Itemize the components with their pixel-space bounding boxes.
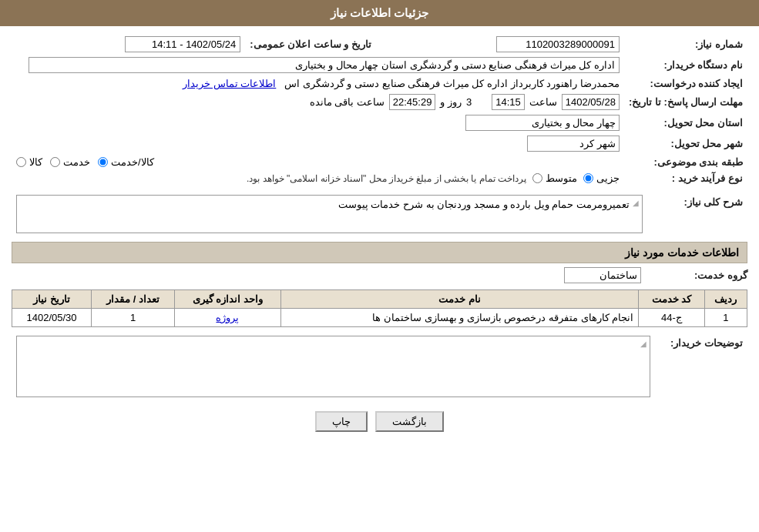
col-date: تاریخ نیاز [12, 290, 92, 309]
creator-label: ایجاد کننده درخواست: [624, 75, 747, 92]
province-label: استان محل تحویل: [624, 112, 747, 133]
cell-name: انجام کارهای متفرقه درخصوص بازسازی و بهس… [280, 309, 639, 327]
response-days-value: 3 [466, 96, 472, 108]
cell-date: 1402/05/30 [12, 309, 92, 327]
cell-quantity: 1 [92, 309, 175, 327]
col-quantity: تعداد / مقدار [92, 290, 175, 309]
print-button[interactable]: چاپ [315, 411, 368, 432]
response-hours-label: ساعت باقی مانده [310, 96, 385, 108]
col-row: ردیف [704, 290, 747, 309]
category-kala-label: کالا [29, 156, 42, 168]
category-service-label: خدمت [63, 156, 90, 168]
response-time-value: 14:15 [492, 94, 525, 110]
col-name: نام خدمت [280, 290, 639, 309]
category-label: طبقه بندی موضوعی: [624, 154, 747, 170]
cell-code: ج-44 [639, 309, 704, 327]
page-title: جزئیات اطلاعات نیاز [0, 0, 759, 26]
buyer-org-value: اداره کل میراث فرهنگی صنایع دستی و گردشگ… [29, 57, 620, 73]
table-row: 1 ج-44 انجام کارهای متفرقه درخصوص بازساز… [12, 309, 747, 327]
category-both-label: کالا/خدمت [111, 156, 154, 168]
announce-date-label: تاریخ و ساعت اعلان عمومی: [245, 34, 376, 55]
response-remaining-value: 22:45:29 [389, 94, 436, 110]
response-date-label: مهلت ارسال پاسخ: تا تاریخ: [624, 92, 747, 112]
response-time-label: ساعت [529, 96, 557, 108]
buyer-notes-label: توضیحات خریدار: [655, 333, 747, 400]
creator-value: محمدرضا راهنورد کاربرداز اداره کل میراث … [284, 78, 620, 89]
buyer-notes-corner-icon: ◢ [640, 340, 646, 348]
services-section-header: اطلاعات خدمات مورد نیاز [12, 242, 747, 263]
process-partial-radio[interactable] [583, 173, 593, 183]
city-value: شهر کرد [527, 136, 620, 152]
process-note: پرداخت تمام یا بخشی از مبلغ خریداز محل "… [247, 173, 526, 184]
service-group-value: ساختمان [564, 267, 641, 283]
cell-row: 1 [704, 309, 747, 327]
cell-unit: پروژه [175, 309, 281, 327]
back-button[interactable]: بازگشت [375, 411, 444, 432]
desc-corner-icon: ◢ [633, 199, 639, 207]
process-medium-label: متوسط [546, 172, 577, 184]
need-number-label: شماره نیاز: [624, 34, 747, 55]
category-service-radio[interactable] [50, 157, 60, 167]
service-group-label: گروه خدمت: [647, 269, 747, 281]
category-both-radio[interactable] [98, 157, 108, 167]
description-value: تعمیرومرمت حمام ویل بارده و مسجد وردنجان… [338, 199, 630, 210]
col-unit: واحد اندازه گیری [175, 290, 281, 309]
col-code: کد خدمت [639, 290, 704, 309]
process-partial-label: جزیی [596, 172, 620, 184]
announce-date-value: 1402/05/24 - 14:11 [125, 36, 240, 52]
category-kala-radio[interactable] [16, 157, 26, 167]
buyer-org-label: نام دستگاه خریدار: [624, 55, 747, 75]
description-label: شرح کلی نیاز: [647, 192, 747, 236]
response-date-value: 1402/05/28 [562, 94, 620, 110]
city-label: شهر محل تحویل: [624, 133, 747, 154]
process-medium-radio[interactable] [532, 173, 542, 183]
creator-link[interactable]: اطلاعات تماس خریدار [183, 78, 276, 89]
province-value: چهار محال و بختیاری [465, 115, 620, 131]
process-type-label: نوع فرآیند خرید : [624, 170, 747, 186]
services-table: ردیف کد خدمت نام خدمت واحد اندازه گیری ت… [12, 289, 747, 327]
response-days-label: روز و [440, 96, 462, 108]
need-number-value: 1102003289000091 [496, 36, 620, 52]
